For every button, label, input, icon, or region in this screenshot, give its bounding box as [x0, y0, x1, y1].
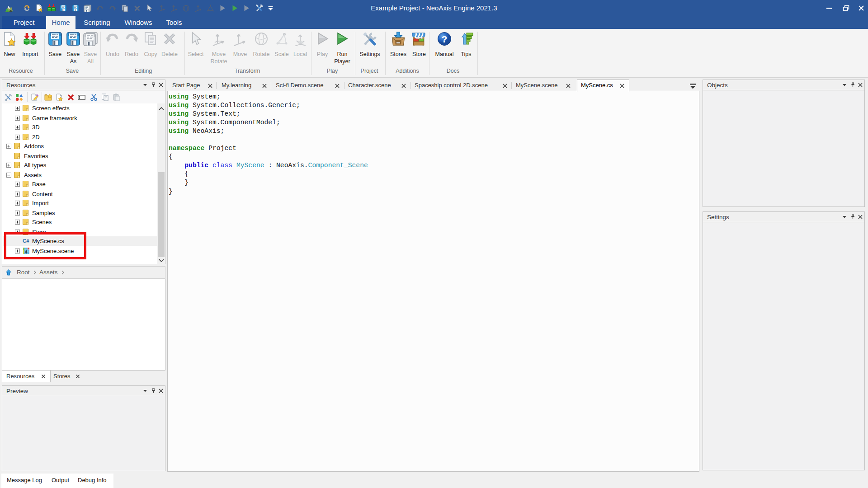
svg-text:?: ? [442, 34, 448, 44]
